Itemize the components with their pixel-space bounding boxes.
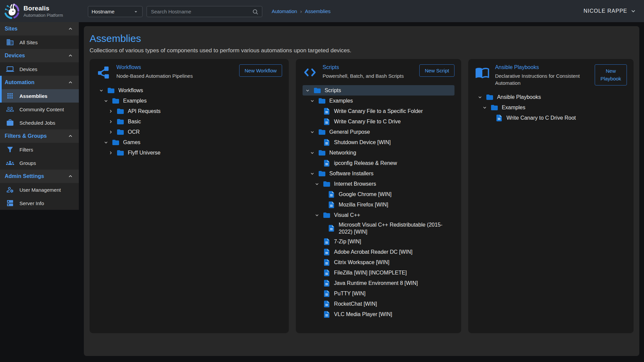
tree-item-write-canary-file-to-c-drive[interactable]: Write Canary File to C Drive xyxy=(303,116,454,127)
sidebar-section-header-automation[interactable]: Automation xyxy=(0,76,79,89)
sidebar-item-devices[interactable]: Devices xyxy=(0,62,79,76)
sidebar-item-label: Devices xyxy=(19,66,37,72)
tree-item-examples[interactable]: Examples xyxy=(475,102,627,113)
topbar: Borealis Automation Platform Hostname Au… xyxy=(0,0,644,22)
tree-item-mozilla-firefox-win[interactable]: Mozilla Firefox [WIN] xyxy=(303,199,454,210)
chevron-spacer xyxy=(313,238,321,245)
new-script-button[interactable]: New Script xyxy=(419,64,454,77)
sidebar-item-assemblies[interactable]: Assemblies xyxy=(0,89,79,103)
chevron-down-icon[interactable] xyxy=(309,149,316,157)
search-icon[interactable] xyxy=(252,8,259,15)
tree-item-java-runtime-environment-8-win[interactable]: Java Runtime Environment 8 [WIN] xyxy=(303,278,454,288)
chevron-down-icon[interactable] xyxy=(309,97,316,105)
chevron-up-icon[interactable] xyxy=(67,53,73,59)
sidebar-item-user-management[interactable]: User Management xyxy=(0,183,79,196)
chevron-spacer xyxy=(313,300,321,308)
chevron-up-icon[interactable] xyxy=(67,79,73,85)
sidebar-section-header-filters-groups[interactable]: Filters & Groups xyxy=(0,129,79,143)
tree-item-label: Ansible Playbooks xyxy=(497,93,541,102)
tree-item-ocr[interactable]: OCR xyxy=(96,127,282,137)
sidebar-item-groups[interactable]: Groups xyxy=(0,156,79,170)
ansible-playbooks-panel: Ansible Playbooks Declarative Instructio… xyxy=(468,59,634,333)
chevron-up-icon[interactable] xyxy=(67,173,73,179)
tree-item-games[interactable]: Games xyxy=(96,137,282,147)
chevron-right-icon[interactable] xyxy=(107,128,114,136)
sidebar-item-server-info[interactable]: Server Info xyxy=(0,196,79,210)
chevron-down-icon[interactable] xyxy=(476,94,484,101)
tree-item-label: General Purpose xyxy=(329,127,370,136)
sidebar-item-filters[interactable]: Filters xyxy=(0,143,79,156)
chevron-down-icon[interactable] xyxy=(481,104,488,111)
folder-icon xyxy=(490,104,498,112)
chevron-down-icon[interactable] xyxy=(309,170,316,177)
panel-subtitle: Node-Based Automation Pipelines xyxy=(116,72,193,79)
tree-item-microsoft-visual-c-redistributable-2015-2022-win[interactable]: Microsoft Visual C++ Redistributable (20… xyxy=(303,220,454,236)
tree-item-label: 7-Zip [WIN] xyxy=(334,237,361,246)
search-input[interactable] xyxy=(147,9,252,14)
tree-item-shutdown-device-win[interactable]: Shutdown Device [WIN] xyxy=(303,137,454,147)
tree-item-rocketchat-win[interactable]: RocketChat [WIN] xyxy=(303,299,454,309)
chevron-right-icon[interactable] xyxy=(107,149,114,157)
workflows-panel-header: Workflows Node-Based Automation Pipeline… xyxy=(96,64,282,80)
sidebar-section-header-admin-settings[interactable]: Admin Settings xyxy=(0,170,79,183)
new-playbook-button[interactable]: New Playbook xyxy=(595,64,627,85)
chevron-up-icon[interactable] xyxy=(67,133,73,139)
user-name: NICOLE RAPPE xyxy=(584,8,627,14)
file-icon xyxy=(323,238,331,246)
tree-item-basic[interactable]: Basic xyxy=(96,116,282,127)
sidebar-item-all-sites[interactable]: All Sites xyxy=(0,36,79,49)
tree-item-examples[interactable]: Examples xyxy=(303,96,454,106)
breadcrumb-automation[interactable]: Automation xyxy=(272,8,297,14)
tree-item-workflows[interactable]: Workflows xyxy=(96,85,282,96)
tree-item-adobe-acrobat-reader-dc-win[interactable]: Adobe Acrobat Reader DC [WIN] xyxy=(303,247,454,257)
chevron-down-icon[interactable] xyxy=(102,97,110,105)
tree-item-ansible-playbooks[interactable]: Ansible Playbooks xyxy=(475,92,627,102)
sidebar-item-scheduled-jobs[interactable]: Scheduled Jobs xyxy=(0,116,79,129)
tree-item-general-purpose[interactable]: General Purpose xyxy=(303,127,454,137)
tree-item-scripts[interactable]: Scripts xyxy=(303,85,454,96)
chevron-down-icon[interactable] xyxy=(309,128,316,136)
breadcrumb-assemblies[interactable]: Assemblies xyxy=(305,8,331,14)
tree-item-7-zip-win[interactable]: 7-Zip [WIN] xyxy=(303,236,454,247)
tree-item-internet-browsers[interactable]: Internet Browsers xyxy=(303,179,454,189)
file-icon xyxy=(323,118,331,126)
tree-item-label: Write Canary File to a Specific Folder xyxy=(334,107,423,116)
chevron-down-icon[interactable] xyxy=(313,180,321,188)
tree-item-label: Write Canary to C Drive Root xyxy=(506,113,576,122)
folder-icon xyxy=(318,149,326,157)
sidebar-section-header-sites[interactable]: Sites xyxy=(0,22,79,36)
chevron-up-icon[interactable] xyxy=(67,26,73,32)
tree-item-label: Examples xyxy=(123,96,147,105)
tree-item-ipconfig-release-renew[interactable]: ipconfig Release & Renew xyxy=(303,158,454,168)
tree-item-vlc-media-player-win[interactable]: VLC Media Player [WIN] xyxy=(303,309,454,319)
chevron-right-icon[interactable] xyxy=(107,118,114,125)
tree-item-write-canary-to-c-drive-root[interactable]: Write Canary to C Drive Root xyxy=(475,113,627,123)
chevron-down-icon[interactable] xyxy=(313,212,321,219)
folder-icon xyxy=(318,170,326,178)
chevron-spacer xyxy=(318,201,325,208)
sidebar-section-header-devices[interactable]: Devices xyxy=(0,49,79,62)
workflow-icon xyxy=(96,65,111,80)
file-icon xyxy=(323,159,331,167)
tree-item-networking[interactable]: Networking xyxy=(303,147,454,158)
brand-tagline: Automation Platform xyxy=(23,13,63,18)
tree-item-examples[interactable]: Examples xyxy=(96,96,282,106)
hostname-dropdown[interactable]: Hostname xyxy=(88,6,143,17)
user-menu[interactable]: NICOLE RAPPE xyxy=(584,0,637,22)
sidebar-item-community-content[interactable]: Community Content xyxy=(0,103,79,116)
tree-item-filezilla-win-incomplete[interactable]: FileZilla [WIN] [INCOMPLETE] xyxy=(303,267,454,278)
chevron-down-icon[interactable] xyxy=(98,87,105,94)
tree-item-api-requests[interactable]: API Requests xyxy=(96,106,282,116)
new-workflow-button[interactable]: New Workflow xyxy=(239,64,282,77)
tree-item-visual-c[interactable]: Visual C++ xyxy=(303,210,454,220)
tree-item-flyff-universe[interactable]: Flyff Universe xyxy=(96,147,282,158)
tree-item-citrix-workspace-win[interactable]: Citrix Workspace [WIN] xyxy=(303,257,454,267)
chevron-down-icon[interactable] xyxy=(102,139,110,146)
tree-item-google-chrome-win[interactable]: Google Chrome [WIN] xyxy=(303,189,454,199)
hostname-searchbox xyxy=(147,6,262,17)
tree-item-software-installers[interactable]: Software Installers xyxy=(303,168,454,179)
tree-item-write-canary-file-to-a-specific-folder[interactable]: Write Canary File to a Specific Folder xyxy=(303,106,454,116)
tree-item-putty-win[interactable]: PuTTY [WIN] xyxy=(303,288,454,299)
chevron-right-icon[interactable] xyxy=(107,108,114,115)
chevron-down-icon[interactable] xyxy=(304,87,311,94)
